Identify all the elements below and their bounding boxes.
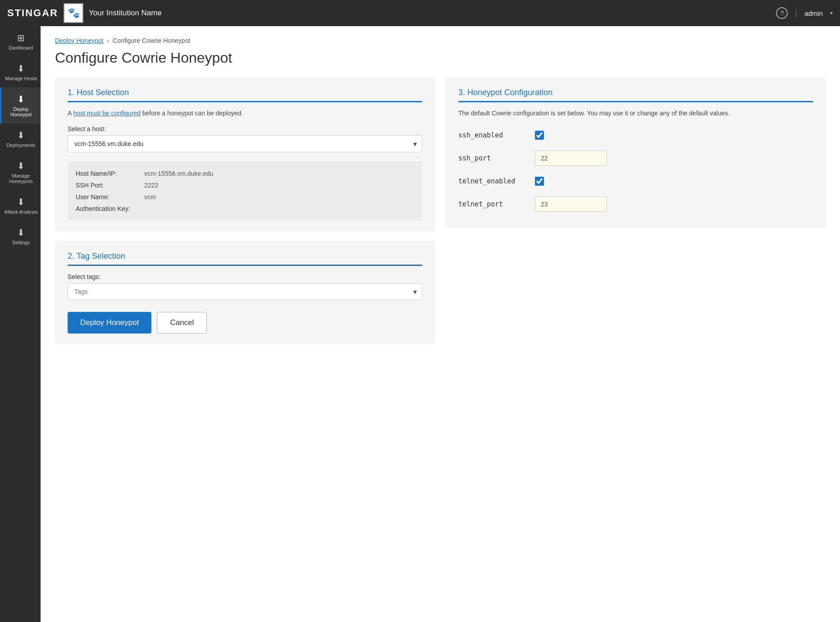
user-menu[interactable]: admin [804,9,823,17]
user-name-label: User Name: [76,193,139,201]
tags-field-label: Select tags: [68,273,422,280]
host-detail-row-hostname: Host Name/IP: vcm-15556.vm.duke.edu [76,168,414,179]
breadcrumb-link[interactable]: Deploy Honeypot [55,37,103,44]
navbar: STINGAR 🐾 Your Institution Name ? | admi… [0,0,840,26]
help-button[interactable]: ? [776,7,788,19]
user-dropdown-icon[interactable]: ▾ [830,10,833,16]
config-row-ssh-port: ssh_port [458,145,813,171]
user-name-value: vcm [144,193,156,201]
host-select[interactable]: vcm-15556.vm.duke.edu [68,135,422,152]
host-field-label: Select a host: [68,125,422,133]
auth-key-label: Authentication Key: [76,205,139,212]
sidebar-item-attack-analysis[interactable]: ⬇ Attack Analysis [0,190,41,221]
cancel-button[interactable]: Cancel [157,312,207,334]
right-column: 3. Honeypot Configuration The default Co… [446,77,826,344]
ssh-port-config-label: ssh_port [458,154,526,162]
honeypot-config-section: 3. Honeypot Configuration The default Co… [446,77,826,228]
host-selection-title: 1. Host Selection [68,88,422,102]
ssh-enabled-label: ssh_enabled [458,131,526,139]
host-config-link[interactable]: host must be configured [73,110,140,117]
institution-name: Your Institution Name [89,9,776,18]
sidebar-item-manage-honeypots[interactable]: ⬇ Manage Honeypots [0,154,41,190]
hostname-value: vcm-15556.vm.duke.edu [144,170,213,177]
manage-hosts-icon: ⬇ [17,63,25,74]
honeypot-config-desc: The default Cowrie configuration is set … [458,109,813,118]
sidebar-item-manage-hosts[interactable]: ⬇ Manage Hosts [0,57,41,87]
host-select-wrapper: vcm-15556.vm.duke.edu ▾ [68,135,422,152]
sidebar-item-deploy-honeypot[interactable]: ⬇ Deploy Honeypot [0,87,41,123]
ssh-enabled-checkbox[interactable] [535,131,544,140]
deployments-icon: ⬇ [17,130,25,141]
content-area: Deploy Honeypot › Configure Cowrie Honey… [41,26,840,622]
host-detail-row-sshport: SSH Port: 2222 [76,179,414,191]
sidebar-label-deployments: Deployments [6,142,35,148]
config-row-ssh-enabled: ssh_enabled [458,125,813,145]
sidebar-item-settings[interactable]: ⬇ Settings [0,221,41,252]
tags-input-wrapper: ▾ [68,283,422,300]
telnet-port-input[interactable] [535,197,607,212]
tag-selection-section: 2. Tag Selection Select tags: ▾ Deploy H… [55,241,435,344]
ssh-port-label: SSH Port: [76,182,139,189]
attack-analysis-icon: ⬇ [17,197,25,207]
ssh-port-value: 2222 [144,182,158,189]
deploy-honeypot-icon: ⬇ [17,94,25,105]
ssh-port-input[interactable] [535,151,607,166]
page-title: Configure Cowrie Honeypot [55,50,826,66]
desc-after: before a honeypot can be deployed. [141,110,243,117]
honeypot-config-title: 3. Honeypot Configuration [458,88,813,102]
left-column: 1. Host Selection A host must be configu… [55,77,435,344]
host-selection-section: 1. Host Selection A host must be configu… [55,77,435,232]
sidebar-label-manage-honeypots: Manage Honeypots [3,173,39,184]
sidebar-label-settings: Settings [12,240,30,245]
institution-logo: 🐾 [64,3,83,23]
breadcrumb: Deploy Honeypot › Configure Cowrie Honey… [55,37,826,44]
telnet-enabled-label: telnet_enabled [458,177,526,185]
config-row-telnet-enabled: telnet_enabled [458,171,813,191]
sidebar-item-dashboard[interactable]: ⊞ Dashboard [0,26,41,57]
telnet-port-config-label: telnet_port [458,200,526,208]
manage-honeypots-icon: ⬇ [17,160,25,171]
breadcrumb-current: Configure Cowrie Honeypot [113,37,190,44]
sidebar-item-deployments[interactable]: ⬇ Deployments [0,123,41,154]
host-detail-row-user: User Name: vcm [76,191,414,203]
sidebar-label-dashboard: Dashboard [9,45,33,50]
host-selection-desc: A host must be configured before a honey… [68,109,422,118]
navbar-right: ? | admin ▾ [776,7,833,19]
navbar-divider: | [795,9,797,18]
desc-before: A [68,110,73,117]
telnet-enabled-checkbox[interactable] [535,177,544,186]
breadcrumb-separator: › [107,37,109,44]
sidebar: ⊞ Dashboard ⬇ Manage Hosts ⬇ Deploy Hone… [0,26,41,622]
host-detail-row-authkey: Authentication Key: [76,203,414,215]
brand-text: STINGAR [7,7,58,19]
settings-icon: ⬇ [17,227,25,238]
config-row-telnet-port: telnet_port [458,191,813,217]
hostname-label: Host Name/IP: [76,170,139,177]
main-layout: ⊞ Dashboard ⬇ Manage Hosts ⬇ Deploy Hone… [0,26,840,622]
tags-input[interactable] [68,283,422,300]
sidebar-label-attack-analysis: Attack Analysis [5,209,38,215]
deploy-honeypot-button[interactable]: Deploy Honeypot [68,312,151,334]
tag-selection-title: 2. Tag Selection [68,252,422,266]
dashboard-icon: ⊞ [17,32,25,43]
buttons-row: Deploy Honeypot Cancel [68,312,422,334]
form-columns: 1. Host Selection A host must be configu… [55,77,826,344]
sidebar-label-deploy-honeypot: Deploy Honeypot [3,106,39,117]
host-details: Host Name/IP: vcm-15556.vm.duke.edu SSH … [68,161,422,221]
sidebar-label-manage-hosts: Manage Hosts [5,76,37,81]
